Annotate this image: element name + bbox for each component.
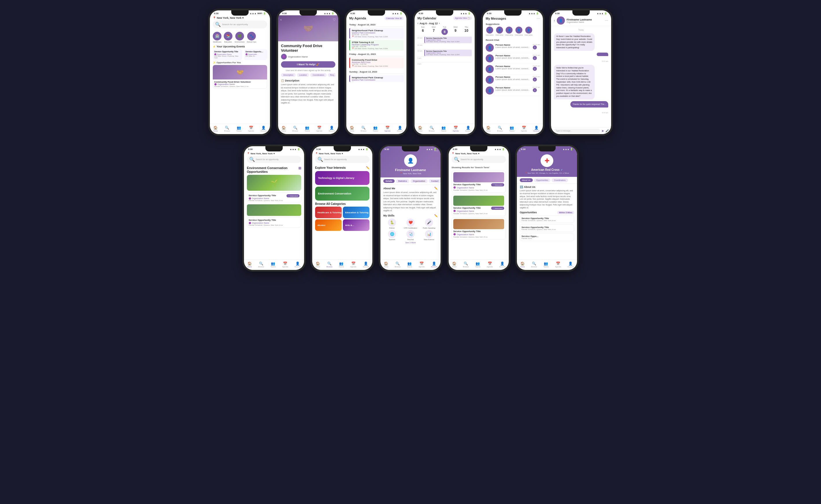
nav-account-7[interactable]: 👤Account [295,262,301,268]
cat-animal[interactable]: 🐾 Animal Care [247,32,256,43]
nav-browse-2[interactable]: 🔍Browse [293,126,298,132]
cat-healthcare[interactable]: 🏥 Healthcare [213,32,221,43]
agenda-event-3[interactable]: Community Food Drive American Red Cross … [349,58,404,68]
calendar-view-btn[interactable]: Calendar View 🗓 [384,17,404,20]
tab-organization[interactable]: Organization [411,179,428,183]
tab-description[interactable]: Description [281,73,296,77]
nav-browse-1[interactable]: 🔍Browse [224,126,230,132]
next-week-btn[interactable]: › [439,22,440,25]
search-result-2[interactable]: Service Opportunity Title 🟣 Organization… [452,194,506,216]
nav-agenda-3[interactable]: 📅Agenda [384,126,391,132]
nav-account-8[interactable]: 👤Account [363,262,369,268]
agenda-event-4[interactable]: Neighborhood Park Cleanup Queens Park Co… [349,75,404,82]
org-opp-3[interactable]: Service Oppo... Flexible Sche... [520,233,574,241]
cal-event-2[interactable]: Service Opportunity Title Organization N… [424,50,472,56]
nav-teams-4[interactable]: 👥Teams [441,126,446,132]
nav-agenda-2[interactable]: 📅Agenda [316,126,322,132]
nav-account-3[interactable]: 👤Account [397,126,403,132]
agenda-event-1[interactable]: Neighborhood Park Cleanup Queens Park Co… [349,28,404,39]
search-result-1[interactable]: Service Opportunity Title 🟣 Organization… [452,171,506,193]
see-more-skills[interactable]: See 3 More [383,242,438,244]
nav-account-11[interactable]: 👤Account [567,262,574,268]
browse-alumni[interactable]: Alumni [315,219,342,231]
nav-browse-4[interactable]: 🔍Browse [429,126,435,132]
cat-education[interactable]: 📚 Education [224,32,232,43]
chat-item-1[interactable]: 👤 Person Name Lorem ipsum dolor sit amet… [486,42,540,53]
browse-edu[interactable]: Education & Tutoring [343,207,369,218]
nav-account-9[interactable]: 👤Account [431,262,437,268]
prev-week-btn[interactable]: ‹ [417,22,418,25]
want-to-help-button[interactable]: I Want To Help! 🎉 [281,61,335,68]
p2-back-button[interactable]: ‹ [280,18,282,22]
nav-home-7[interactable]: 🏠Home [247,262,252,268]
edit-interests-icon[interactable]: ✏️ [366,166,369,169]
nav-teams-1[interactable]: 👥Teams [236,126,242,132]
nav-account-5[interactable]: 👤Account [533,126,540,132]
send-button[interactable]: ➤ [601,129,604,133]
cal-event-1[interactable]: Service Opportunity Title Organization N… [424,37,472,43]
tab-location[interactable]: Location [297,73,309,77]
chat-item-3[interactable]: 👤 Person Name Lorem ipsum dolor sit amet… [486,64,540,75]
tab-details[interactable]: Details [383,179,395,183]
org-opp-1[interactable]: Service Opportunity Title Flexible Sched… [520,215,574,223]
suggestion-5[interactable]: 👤 Username [525,27,533,36]
nav-teams-7[interactable]: 👥Teams [271,262,276,268]
tab-opportunities[interactable]: Opportunities [534,178,551,182]
p8-search-bar[interactable]: 🔍 Search for an opportunity [315,156,369,163]
nav-browse-8[interactable]: 🔍Browse [327,262,332,268]
tab-coordinators[interactable]: Coordinators [310,73,326,77]
nav-agenda-11[interactable]: 📅Agenda [555,262,561,268]
suggestion-1[interactable]: 👤 Username [486,27,494,36]
nav-browse-3[interactable]: 🔍Browse [361,126,367,132]
nav-home-4[interactable]: 🏠Home [418,126,422,132]
message-input[interactable]: Type a message... [553,129,600,133]
interest-env[interactable]: Environment Conservation [315,187,369,201]
agenda-view-btn[interactable]: Agenda View 📋 [453,16,472,20]
p7-search-bar[interactable]: 🔍 Search for an opportunity [247,156,301,163]
p1-location[interactable]: 📍 New York, New York ▾ [213,16,267,19]
nav-browse-7[interactable]: 🔍Browse [258,262,264,268]
nav-teams-2[interactable]: 👥Teams [305,126,310,132]
suggestion-4[interactable]: 👤 Username [515,27,523,36]
nav-home-11[interactable]: 🏠Home [520,262,525,268]
nav-account-10[interactable]: 👤Account [499,262,506,268]
nav-teams-10[interactable]: 👥Teams [475,262,480,268]
nav-agenda-9[interactable]: 📅Agenda [419,262,425,268]
org-opp-2[interactable]: Service Opportunity Title Flexible Sched… [520,224,574,232]
nav-teams-11[interactable]: 👥Teams [543,262,549,268]
nav-agenda-8[interactable]: 📅Agenda [350,262,356,268]
tab-coordinators[interactable]: Coordinators [552,178,568,182]
edit-skills-icon[interactable]: ✏️ [434,214,438,217]
opp-card-1[interactable]: 🤝 Community Food Drive Volunteer 🟣 Organ… [213,65,267,89]
nav-browse-10[interactable]: 🔍Browse [463,262,469,268]
filter-icon[interactable]: ⊞ [298,166,301,170]
chat-item-5[interactable]: 👤 Person Name Lorem ipsum dolor sit amet… [486,85,540,96]
nav-home-5[interactable]: 🏠Home [486,126,491,132]
nav-agenda-5[interactable]: 📅Agenda [521,126,527,132]
nav-teams-9[interactable]: 👥Teams [407,262,412,268]
chat-item-4[interactable]: 👤 Person Name Lorem ipsum dolor sit amet… [486,75,540,85]
mic-icon[interactable]: 🎤 [605,129,609,132]
tab-req[interactable]: Req... [328,73,335,77]
p2-favorite-button[interactable]: ♡ [333,18,336,22]
env-opp-1[interactable]: Service Opportunity Title 🟣 Organization… [247,192,301,203]
nav-browse-9[interactable]: 🔍Browse [395,262,401,268]
agenda-event-2[interactable]: STEM Tutoring K-12 NextGen Leadership Pr… [349,40,404,51]
nav-agenda-10[interactable]: 📅Agenda [487,262,493,268]
nav-agenda-4[interactable]: 📅Agenda [453,126,459,132]
p6-back-btn[interactable]: ‹ [554,18,555,23]
nav-agenda-7[interactable]: 📅Agenda [282,262,288,268]
interest-tech[interactable]: Technology & Digital Literacy [315,171,369,185]
nav-account-2[interactable]: 👤Account [329,126,335,132]
nav-account-4[interactable]: 👤Account [465,126,471,132]
env-opp-2[interactable]: Service Opportunity Title 🟣 Organization… [247,217,301,228]
edit-about-icon[interactable]: ✏️ [434,187,438,190]
browse-arts[interactable]: Arts &... [343,219,369,231]
nav-home-3[interactable]: 🏠Home [350,126,354,132]
nav-home-1[interactable]: 🏠Home [213,126,218,132]
upcoming-event-2[interactable]: Service Opportu... 🟣 Organizatio... 100 … [244,49,267,60]
nav-teams-3[interactable]: 👥Teams [373,126,378,132]
nav-browse-5[interactable]: 🔍Browse [497,126,503,132]
nav-teams-8[interactable]: 👥Teams [339,262,344,268]
nav-home-10[interactable]: 🏠Home [452,262,456,268]
